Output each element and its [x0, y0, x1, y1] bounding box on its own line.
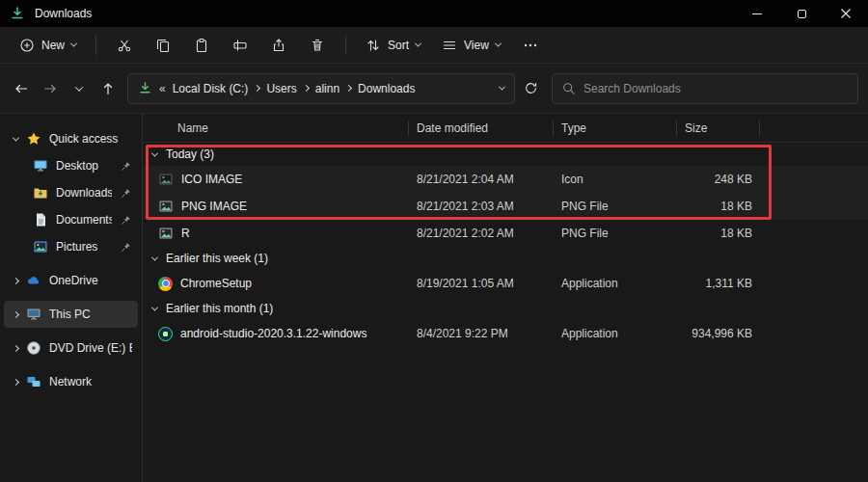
file-size: 18 KB: [677, 200, 760, 213]
chevron-down-icon[interactable]: [151, 149, 158, 156]
sidebar-item-label: OneDrive: [49, 274, 132, 287]
close-button[interactable]: [824, 0, 868, 27]
sidebar-item-downloads[interactable]: Downloads: [4, 179, 138, 206]
column-header-row: Name Date modified Type Size: [143, 114, 868, 143]
window-title: Downloads: [35, 7, 92, 20]
trash-icon: [310, 38, 325, 53]
chevron-down-icon: [75, 83, 83, 91]
pin-icon: [120, 187, 132, 200]
address-dropdown-icon[interactable]: [499, 84, 505, 91]
paste-button[interactable]: [183, 31, 220, 60]
file-date: 8/21/2021 2:04 AM: [409, 173, 554, 186]
file-row-r[interactable]: R 8/21/2021 2:02 AM PNG File 18 KB: [143, 220, 868, 247]
group-header-earlier-this-week[interactable]: Earlier this week (1): [143, 247, 868, 270]
ellipsis-icon: [523, 38, 538, 53]
sidebar-item-this-pc[interactable]: This PC: [4, 301, 138, 328]
cut-button[interactable]: [106, 31, 143, 60]
chevron-down-icon[interactable]: [151, 304, 158, 310]
file-date: 8/21/2021 2:02 AM: [409, 227, 554, 240]
sidebar-item-desktop[interactable]: Desktop: [4, 152, 138, 179]
column-header-name[interactable]: Name: [143, 120, 409, 136]
view-button[interactable]: View: [432, 32, 510, 59]
pictures-icon: [33, 239, 48, 254]
recent-locations-button[interactable]: [66, 75, 93, 102]
image-file-icon: [158, 172, 174, 187]
download-location-icon: [138, 81, 152, 95]
sidebar-item-label: Documents: [56, 213, 112, 227]
sidebar-item-pictures[interactable]: Pictures: [4, 233, 138, 260]
pin-icon: [120, 214, 132, 227]
title-bar: Downloads: [0, 0, 868, 27]
file-row-android-studio[interactable]: android-studio-2020.3.1.22-windows 8/4/2…: [143, 320, 868, 347]
copy-button[interactable]: [145, 31, 181, 60]
file-name: ChromeSetup: [180, 277, 252, 290]
sidebar-item-documents[interactable]: Documents: [4, 206, 138, 233]
refresh-button[interactable]: [517, 75, 544, 102]
file-name: R: [181, 227, 190, 240]
new-button[interactable]: New: [10, 32, 86, 59]
command-bar: New Sort View: [0, 27, 868, 64]
chevron-right-icon[interactable]: [13, 344, 19, 351]
close-icon: [840, 8, 852, 19]
forward-button[interactable]: [37, 75, 64, 102]
maximize-button[interactable]: [779, 0, 824, 27]
sort-button[interactable]: Sort: [356, 32, 430, 59]
group-header-label: Today (3): [166, 147, 214, 161]
file-date: 8/19/2021 1:05 AM: [409, 277, 554, 290]
breadcrumb-item-local-disk[interactable]: Local Disk (C:): [173, 82, 249, 95]
address-bar[interactable]: « Local Disk (C:) Users alinn Downloads: [127, 73, 515, 104]
chevron-down-icon[interactable]: [13, 134, 19, 141]
group-header-today[interactable]: Today (3): [143, 143, 868, 166]
star-icon: [26, 131, 41, 147]
column-header-date-modified[interactable]: Date modified: [409, 120, 554, 136]
sidebar-item-onedrive[interactable]: OneDrive: [4, 267, 138, 294]
chevron-right-icon[interactable]: [13, 378, 19, 385]
minimize-button[interactable]: [735, 0, 779, 27]
file-row-chromesetup[interactable]: ChromeSetup 8/19/2021 1:05 AM Applicatio…: [143, 270, 868, 297]
chevron-down-icon: [495, 40, 502, 47]
new-button-label: New: [41, 39, 65, 52]
sidebar-item-quick-access[interactable]: Quick access: [4, 125, 138, 152]
file-size: 248 KB: [677, 173, 760, 186]
back-button[interactable]: [8, 75, 35, 102]
share-button[interactable]: [260, 31, 297, 60]
see-more-button[interactable]: [512, 31, 549, 60]
arrow-left-icon: [14, 81, 29, 96]
breadcrumb-item-users[interactable]: Users: [266, 82, 296, 95]
arrow-right-icon: [42, 81, 58, 96]
breadcrumb-separator-icon: [254, 85, 260, 92]
rename-button[interactable]: [222, 31, 258, 60]
search-input[interactable]: [583, 82, 848, 95]
image-file-icon: [158, 226, 174, 241]
plus-circle-icon: [19, 38, 35, 53]
toolbar-separator: [345, 36, 346, 55]
up-button[interactable]: [95, 75, 122, 102]
file-row-png-image[interactable]: PNG IMAGE 8/21/2021 2:03 AM PNG File 18 …: [143, 193, 868, 220]
computer-icon: [26, 307, 41, 322]
column-header-size[interactable]: Size: [677, 120, 760, 136]
android-studio-icon: [158, 327, 173, 341]
column-header-type[interactable]: Type: [554, 120, 677, 136]
breadcrumb-overflow[interactable]: «: [159, 82, 166, 95]
breadcrumb-item-downloads[interactable]: Downloads: [358, 82, 415, 95]
downloads-window-icon: [10, 6, 25, 21]
file-date: 8/21/2021 2:03 AM: [409, 200, 554, 213]
sidebar-item-network[interactable]: Network: [4, 368, 138, 395]
copy-icon: [155, 38, 171, 53]
file-size: 18 KB: [677, 227, 760, 240]
view-icon: [442, 38, 457, 53]
sidebar-item-label: Desktop: [56, 159, 112, 173]
group-header-earlier-this-month[interactable]: Earlier this month (1): [143, 297, 868, 320]
window-controls: [735, 0, 868, 27]
breadcrumb-item-alinn[interactable]: alinn: [315, 82, 339, 95]
chevron-down-icon[interactable]: [151, 254, 158, 260]
sidebar-item-dvd-drive[interactable]: DVD Drive (E:) ESD-: [4, 335, 138, 362]
dvd-disc-icon: [26, 340, 41, 356]
delete-button[interactable]: [299, 31, 336, 60]
chevron-right-icon[interactable]: [13, 277, 19, 283]
file-type: PNG File: [554, 200, 677, 213]
file-row-ico-image[interactable]: ICO IMAGE 8/21/2021 2:04 AM Icon 248 KB: [143, 166, 868, 193]
chevron-right-icon[interactable]: [13, 310, 19, 317]
image-file-icon: [158, 199, 174, 214]
file-size: 934,996 KB: [677, 327, 760, 340]
